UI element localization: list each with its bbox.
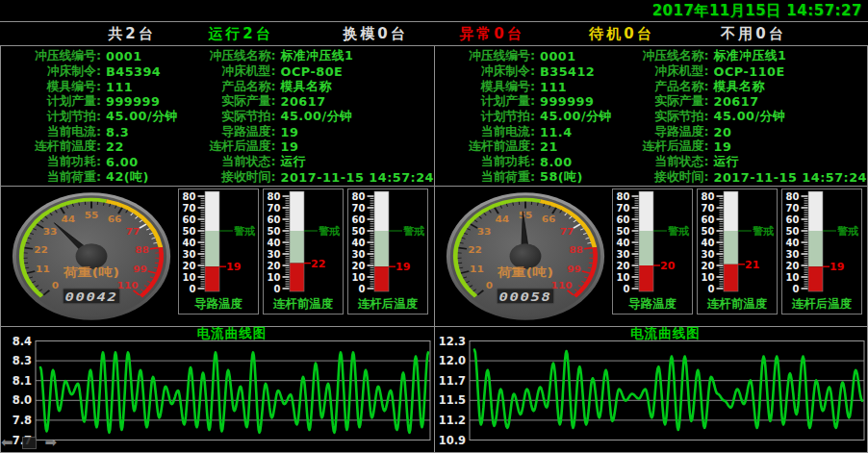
info-value: 6.00 <box>106 155 139 169</box>
y-axis-tick: 11.5 <box>439 393 466 407</box>
status-item: 异常0台 <box>459 25 523 43</box>
svg-text:80: 80 <box>702 191 715 202</box>
svg-text:80: 80 <box>183 191 196 202</box>
svg-text:30: 30 <box>352 249 366 260</box>
svg-text:0: 0 <box>190 284 196 294</box>
info-value: 标准冲压线1 <box>714 48 787 64</box>
machine-panel: 冲压线编号:0001冲床制令:B35412模具编号:111计划产量:999999… <box>434 46 867 452</box>
status-item: 运行2台 <box>208 25 272 43</box>
svg-text:66: 66 <box>542 214 556 224</box>
info-value: 45.00/分钟 <box>106 109 178 125</box>
info-row: 导路温度:19 <box>193 124 434 139</box>
info-label: 计划节拍: <box>1 109 101 125</box>
status-bar: 共2台运行2台换模0台异常0台待机0台不用0台 <box>0 21 868 46</box>
current-line-chart: 12.312.011.711.511.210.9 <box>435 327 867 451</box>
svg-text:70: 70 <box>617 203 630 214</box>
thermometer-box: 01020304050607080警戒21连杆前温度 <box>697 189 778 315</box>
svg-text:30: 30 <box>183 249 196 260</box>
info-label: 冲压线编号: <box>1 48 101 64</box>
svg-text:30: 30 <box>786 249 800 260</box>
svg-text:20: 20 <box>702 261 715 271</box>
forward-arrow-icon[interactable]: ➡ <box>45 436 58 449</box>
load-gauge: 0112233445566778899110荷重(吨)00058 <box>443 189 608 323</box>
y-axis-tick: 10.9 <box>439 434 466 447</box>
info-row: 当前荷重:42(吨) <box>1 170 193 186</box>
svg-text:60: 60 <box>183 214 196 225</box>
info-value: 2017-11-15 14:57:24 <box>714 170 867 185</box>
thermometer-value: 19 <box>226 261 241 273</box>
info-label: 当前状态: <box>626 154 709 170</box>
svg-text:0: 0 <box>708 284 715 294</box>
svg-text:20: 20 <box>268 261 281 271</box>
info-label: 计划产量: <box>1 93 101 110</box>
current-waveform <box>474 350 862 430</box>
info-label: 冲床机型: <box>193 63 276 80</box>
thermometer-value: 22 <box>311 258 325 270</box>
svg-text:40: 40 <box>702 238 715 248</box>
svg-text:44: 44 <box>496 214 510 224</box>
info-value: 22 <box>106 139 124 154</box>
gauge-unit-label: 荷重(吨) <box>63 264 119 278</box>
info-row: 冲床机型:OCP-80E <box>193 64 434 80</box>
svg-text:99: 99 <box>567 264 581 274</box>
y-axis-tick: 12.3 <box>439 335 466 348</box>
y-axis-tick: 8.3 <box>13 354 32 367</box>
svg-text:0: 0 <box>793 284 800 294</box>
info-value: 19 <box>281 139 299 154</box>
info-value: 58(吨) <box>540 169 583 186</box>
svg-text:33: 33 <box>43 227 58 237</box>
info-row: 实际产量:20617 <box>193 94 434 110</box>
svg-text:70: 70 <box>702 203 715 214</box>
info-value: 999999 <box>106 94 160 109</box>
svg-text:22: 22 <box>468 245 482 255</box>
current-chart-block: 电流曲线图 12.312.011.711.511.210.9 <box>435 327 867 452</box>
svg-text:80: 80 <box>352 191 366 202</box>
thermometer: 01020304050607080警戒21 <box>698 189 777 297</box>
info-row: 当前电流:8.3 <box>1 124 193 139</box>
info-value: 标准冲压线1 <box>281 48 354 64</box>
svg-text:30: 30 <box>617 249 630 260</box>
info-value: 42(吨) <box>106 169 149 186</box>
svg-text:88: 88 <box>135 245 149 255</box>
thermometer-box: 01020304050607080警戒20导路温度 <box>612 189 693 315</box>
current-chart-block: 电流曲线图 8.48.38.18.07.87.7 <box>1 327 434 452</box>
info-label: 接收时间: <box>193 169 276 186</box>
info-row: 实际产量:20617 <box>626 94 867 110</box>
status-item: 不用0台 <box>721 25 785 43</box>
gauge-section: 0112233445566778899110荷重(吨)00042 0102030… <box>1 187 434 327</box>
svg-text:0: 0 <box>52 281 60 290</box>
info-value: 模具名称 <box>281 79 332 95</box>
warning-threshold-label: 警戒 <box>234 225 256 238</box>
svg-text:70: 70 <box>352 203 366 214</box>
info-value: 0001 <box>540 49 576 63</box>
y-axis-tick: 12.0 <box>439 354 466 367</box>
thermometer-label: 导路温度 <box>613 296 692 313</box>
info-row: 连杆前温度:21 <box>435 139 626 155</box>
info-col-right: 冲压线名称:标准冲压线1冲床机型:OCP-110E产品名称:模具名称实际产量:2… <box>626 49 867 186</box>
window-icon[interactable] <box>22 437 37 449</box>
info-row: 产品名称:模具名称 <box>626 79 867 94</box>
info-row: 实际节拍:45.00/分钟 <box>193 110 434 125</box>
info-label: 连杆前温度: <box>1 138 101 155</box>
warning-threshold-label: 警戒 <box>837 225 859 238</box>
info-label: 冲床制令: <box>1 63 101 80</box>
info-value: 8.3 <box>106 125 129 139</box>
info-row: 冲压线编号:0001 <box>435 49 626 64</box>
back-arrow-icon[interactable]: ⬅ <box>1 436 13 449</box>
thermometer: 01020304050607080警戒22 <box>264 189 343 297</box>
svg-text:40: 40 <box>183 238 196 248</box>
thermometer-value: 21 <box>745 259 759 271</box>
title-bar: 2017年11月15日 14:57:27 <box>0 0 868 21</box>
svg-text:70: 70 <box>183 203 196 214</box>
svg-text:10: 10 <box>702 272 715 283</box>
thermometer-box: 01020304050607080警戒19导路温度 <box>178 189 259 315</box>
y-axis-tick: 7.8 <box>13 414 32 427</box>
info-row: 模具编号:111 <box>435 79 626 94</box>
info-value: OCP-110E <box>714 64 785 79</box>
svg-text:30: 30 <box>268 249 281 260</box>
info-label: 连杆前温度: <box>435 138 535 155</box>
svg-text:20: 20 <box>183 261 196 271</box>
info-value: 999999 <box>540 94 594 109</box>
svg-text:10: 10 <box>786 272 800 283</box>
svg-text:60: 60 <box>352 214 366 225</box>
